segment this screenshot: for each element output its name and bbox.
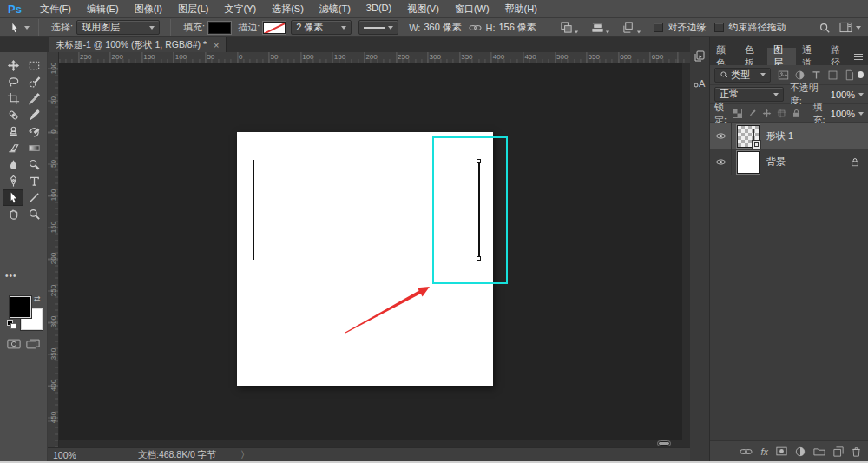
menu-item[interactable]: 编辑(E) [79,3,127,16]
default-colors-icon[interactable] [7,320,17,330]
path-selection-tool-button[interactable] [3,189,23,206]
tab-swatches[interactable]: 色板 [739,48,767,65]
hand-tool-button[interactable] [3,206,23,222]
layer-name[interactable]: 形状 1 [766,129,793,142]
screen-mode-icon[interactable] [26,339,40,349]
lock-all-icon[interactable] [792,109,801,118]
stroke-color-swatch[interactable] [263,22,286,34]
delete-layer-icon[interactable] [852,446,861,457]
chevron-down-icon[interactable] [858,93,864,96]
swap-colors-icon[interactable]: ⇄ [34,294,41,303]
lock-transparent-icon[interactable] [733,109,742,118]
tab-paths[interactable]: 路径 [825,48,853,65]
link-dimensions-icon[interactable] [469,23,482,33]
line-tool-button[interactable] [23,189,44,206]
filter-toggle-icon[interactable] [858,71,864,78]
filter-adjustment-layers-icon[interactable] [794,69,806,81]
quick-mask-icon[interactable] [7,339,21,349]
horizontal-scrollbar[interactable] [59,440,690,447]
tab-channels[interactable]: 通道 [796,48,825,65]
filter-smart-objects-icon[interactable] [844,69,855,81]
chevron-down-icon[interactable] [858,112,864,116]
zoom-level-field[interactable]: 100% [53,450,93,460]
brush-tool-button[interactable] [23,107,44,123]
menu-item[interactable]: 文字(Y) [216,3,264,16]
clone-stamp-tool-button[interactable] [3,123,23,140]
menu-item[interactable]: 窗口(W) [447,3,497,16]
layer-style-icon[interactable]: fx [760,446,768,457]
constrain-path-drag-checkbox[interactable] [714,23,724,32]
spot-healing-brush-tool-button[interactable] [3,107,23,123]
layer-thumbnail[interactable] [737,125,760,148]
path-alignment-button[interactable] [588,19,614,36]
move-tool-button[interactable] [3,57,23,74]
tool-preset-caret[interactable] [24,26,30,30]
menu-item[interactable]: 选择(S) [264,3,312,16]
history-brush-tool-button[interactable] [23,123,44,140]
visibility-toggle[interactable] [710,123,732,149]
fill-opacity-value[interactable]: 100% [831,109,855,119]
new-group-icon[interactable] [813,446,825,456]
layer-row-background[interactable]: 背景 [710,149,868,175]
gradient-tool-button[interactable] [23,140,44,156]
lasso-tool-button[interactable] [3,74,23,90]
history-panel-icon[interactable] [693,50,707,63]
path-operations-button[interactable] [556,19,582,36]
lock-pixels-icon[interactable] [747,109,757,118]
layer-thumbnail[interactable] [737,151,760,174]
quick-selection-tool-button[interactable] [23,74,44,90]
canvas-area[interactable]: 2502001501005005010015020025030035040045… [48,52,690,447]
menu-item[interactable]: 滤镜(T) [312,3,358,16]
path-arrangement-button[interactable] [619,19,645,36]
zoom-tool-button[interactable] [23,206,44,222]
scrollbar-thumb[interactable] [658,441,670,446]
tab-color[interactable]: 颜色 [710,48,739,65]
filter-type-dropdown[interactable]: 类型 [714,68,771,83]
filter-pixel-layers-icon[interactable] [778,69,789,81]
filter-shape-layers-icon[interactable] [827,69,838,81]
panel-menu-icon[interactable] [853,53,864,61]
document-tab[interactable]: 未标题-1 @ 100% (形状 1, RGB/8#) * × [49,37,227,52]
menu-item[interactable]: 3D(D) [358,3,399,16]
lock-position-icon[interactable] [762,109,772,118]
filter-type-layers-icon[interactable] [811,69,822,81]
fill-color-swatch[interactable] [208,22,231,34]
shape-height-field[interactable]: 156 像素 [498,21,542,35]
rectangular-marquee-tool-button[interactable] [23,57,44,74]
stroke-width-dropdown[interactable]: 2 像素 [291,20,352,35]
add-mask-icon[interactable] [776,446,787,456]
pen-tool-button[interactable] [3,173,23,189]
select-mode-dropdown[interactable]: 现用图层 [76,20,160,35]
dodge-tool-button[interactable] [23,156,44,173]
menu-item[interactable]: 图像(I) [127,3,170,16]
shape-width-field[interactable]: 360 像素 [424,21,467,35]
menu-item[interactable]: 文件(F) [32,3,79,16]
menu-item[interactable]: 图层(L) [170,3,216,16]
eraser-tool-button[interactable] [3,140,23,156]
workspace-switcher-icon[interactable] [839,22,852,33]
foreground-color-swatch[interactable] [10,296,31,318]
menu-item[interactable]: 帮助(H) [497,3,545,16]
link-layers-icon[interactable] [740,447,753,456]
new-layer-icon[interactable] [833,446,844,457]
blur-tool-button[interactable] [3,156,23,173]
edit-toolbar-button[interactable]: ••• [5,271,17,281]
visibility-toggle[interactable] [710,149,732,175]
current-tool-icon[interactable] [9,22,21,34]
character-panel-icon[interactable]: A [693,76,707,89]
close-tab-icon[interactable]: × [214,40,219,50]
vertical-scrollbar[interactable] [682,63,690,440]
crop-tool-button[interactable] [3,90,23,107]
layer-name[interactable]: 背景 [766,155,786,169]
adjustment-layer-icon[interactable] [795,446,806,457]
blend-mode-dropdown[interactable]: 正常 [714,87,784,102]
stroke-type-dropdown[interactable] [358,20,398,35]
chevron-down-icon[interactable] [856,26,861,30]
opacity-value[interactable]: 100% [831,89,855,100]
align-edges-checkbox[interactable] [654,23,663,32]
lock-artboard-icon[interactable] [777,109,786,118]
type-tool-button[interactable] [23,173,44,189]
search-icon[interactable] [819,22,831,34]
menu-item[interactable]: 视图(V) [399,3,447,16]
status-options-arrow[interactable]: 〉 [240,449,250,461]
